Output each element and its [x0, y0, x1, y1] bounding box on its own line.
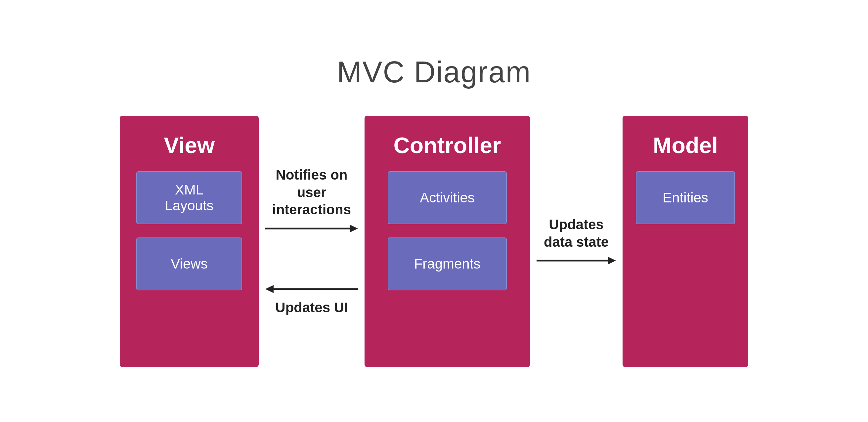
- notifies-arrow-group: Notifies onuserinteractions: [265, 166, 358, 234]
- updates-ui-arrow-group: Updates UI: [265, 283, 358, 317]
- updates-data-arrow-group: Updatesdata state: [536, 216, 616, 266]
- notifies-label: Notifies onuserinteractions: [272, 166, 351, 219]
- views-box: Views: [136, 237, 242, 290]
- connector-view-controller: Notifies onuserinteractions Updates UI: [259, 116, 365, 367]
- model-label: Model: [653, 132, 718, 158]
- fragments-box: Fragments: [388, 237, 507, 290]
- notifies-arrow: [265, 223, 358, 234]
- svg-marker-5: [608, 257, 616, 265]
- xml-layouts-box: XMLLayouts: [136, 171, 242, 224]
- updates-data-arrow: [536, 255, 616, 266]
- controller-label: Controller: [394, 132, 501, 158]
- updates-ui-label: Updates UI: [275, 299, 348, 317]
- svg-marker-1: [350, 225, 358, 232]
- updates-ui-arrow: [265, 283, 358, 295]
- activities-box: Activities: [388, 171, 507, 224]
- view-label: View: [164, 132, 215, 158]
- svg-marker-3: [265, 285, 274, 293]
- controller-box: Controller Activities Fragments: [365, 116, 530, 367]
- mvc-diagram: View XMLLayouts Views Notifies onuserint…: [0, 116, 868, 367]
- connector-ctrl-model: Updatesdata state: [530, 116, 623, 367]
- page-title: MVC Diagram: [337, 55, 531, 89]
- entities-box: Entities: [636, 171, 735, 224]
- updates-data-label: Updatesdata state: [544, 216, 609, 251]
- view-box: View XMLLayouts Views: [120, 116, 259, 367]
- model-box: Model Entities: [623, 116, 748, 367]
